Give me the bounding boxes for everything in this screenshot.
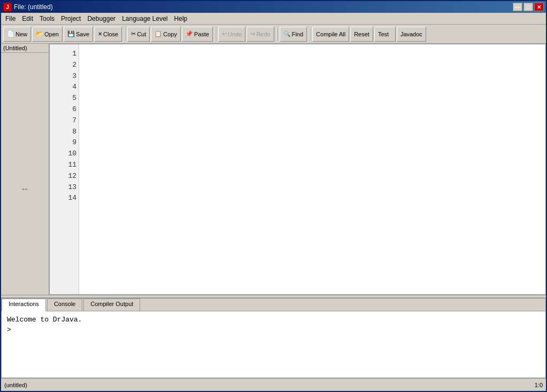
- undo-label: Undo: [228, 31, 242, 37]
- redo-label: Redo: [256, 31, 270, 37]
- title-bar: J File: (untitled) — □ ✕: [1, 1, 546, 13]
- interactions-tabs: Interactions Console Compiler Output: [2, 299, 545, 311]
- status-filename: (untitled): [4, 382, 27, 388]
- cut-icon: ✂: [131, 30, 136, 37]
- save-button[interactable]: 💾 Save: [64, 27, 93, 42]
- line-number: 7: [50, 115, 76, 127]
- line-number: 9: [50, 137, 76, 148]
- undo-button[interactable]: ↩ Undo: [218, 27, 245, 42]
- tab-console[interactable]: Console: [47, 299, 82, 311]
- editor-area: 1 2 3 4 5 6 7 8 9 10 11 12 13 14: [49, 44, 546, 295]
- editor-wrapper: (Untitled) ↔ 1 2 3 4 5 6 7 8 9 10 11 12 …: [1, 44, 546, 295]
- menu-debugger[interactable]: Debugger: [84, 14, 119, 23]
- find-label: Find: [292, 31, 303, 37]
- toolbar: 📄 New 📂 Open 💾 Save ✕ Close ✂ Cut 📋 Copy…: [1, 25, 546, 44]
- menu-language-level[interactable]: Language Level: [119, 14, 171, 23]
- app-icon: J: [3, 3, 12, 11]
- save-label: Save: [76, 31, 89, 37]
- open-button[interactable]: 📂 Open: [32, 27, 63, 42]
- javadoc-label: Javadoc: [400, 31, 422, 37]
- toolbar-separator-3: [276, 28, 278, 41]
- cut-label: Cut: [137, 31, 146, 37]
- paste-label: Paste: [194, 31, 209, 37]
- code-editor[interactable]: [80, 44, 545, 294]
- menu-project[interactable]: Project: [58, 14, 84, 23]
- copy-button[interactable]: 📋 Copy: [151, 27, 181, 42]
- status-bar: (untitled) 1:0: [1, 378, 546, 391]
- copy-icon: 📋: [155, 30, 162, 37]
- title-bar-controls: — □ ✕: [513, 3, 544, 11]
- test-label: Test: [378, 31, 389, 37]
- line-number: 14: [50, 193, 76, 204]
- close-icon: ✕: [98, 31, 102, 37]
- menu-file[interactable]: File: [2, 14, 19, 23]
- line-number: 3: [50, 71, 76, 82]
- tab-compiler-output[interactable]: Compiler Output: [83, 299, 140, 311]
- javadoc-button[interactable]: Javadoc: [397, 27, 426, 42]
- compile-all-label: Compile All: [316, 31, 345, 37]
- line-number: 12: [50, 171, 76, 182]
- line-number: 1: [50, 49, 76, 60]
- find-button[interactable]: 🔍 Find: [280, 27, 307, 42]
- file-panel-tab: (Untitled): [1, 44, 49, 53]
- toolbar-separator-1: [124, 28, 125, 41]
- status-position: 1:0: [535, 382, 543, 388]
- tab-interactions[interactable]: Interactions: [2, 299, 46, 311]
- line-number: 10: [50, 148, 76, 160]
- close-button[interactable]: ✕ Close: [94, 27, 122, 42]
- redo-icon: ↪: [250, 30, 255, 37]
- reset-label: Reset: [354, 31, 369, 37]
- close-label: Close: [103, 31, 118, 37]
- new-label: New: [16, 31, 27, 37]
- close-window-button[interactable]: ✕: [534, 3, 544, 11]
- new-button[interactable]: 📄 New: [3, 27, 31, 42]
- menu-tools[interactable]: Tools: [36, 14, 58, 23]
- copy-label: Copy: [163, 31, 177, 37]
- minimize-button[interactable]: —: [513, 3, 522, 11]
- reset-button[interactable]: Reset: [350, 27, 373, 42]
- find-icon: 🔍: [283, 30, 291, 37]
- line-number: 8: [50, 127, 76, 138]
- cut-button[interactable]: ✂ Cut: [127, 27, 150, 42]
- paste-button[interactable]: 📌 Paste: [182, 27, 213, 42]
- welcome-text: Welcome to DrJava.: [7, 316, 540, 324]
- redo-button[interactable]: ↪ Redo: [246, 27, 274, 42]
- menu-bar: File Edit Tools Project Debugger Languag…: [1, 13, 546, 25]
- test-button[interactable]: Test: [374, 27, 396, 42]
- line-number: 4: [50, 82, 76, 93]
- interactions-panel: Interactions Console Compiler Output Wel…: [1, 298, 546, 378]
- open-icon: 📂: [36, 30, 43, 37]
- line-number: 13: [50, 182, 76, 193]
- compile-all-button[interactable]: Compile All: [312, 27, 349, 42]
- line-number: 6: [50, 104, 76, 115]
- paste-icon: 📌: [186, 30, 193, 37]
- undo-icon: ↩: [222, 30, 227, 37]
- line-number: 2: [50, 60, 76, 71]
- title-bar-text: File: (untitled): [14, 3, 513, 11]
- line-numbers: 1 2 3 4 5 6 7 8 9 10 11 12 13 14: [50, 44, 79, 294]
- resize-handle[interactable]: ↔: [1, 53, 49, 295]
- menu-edit[interactable]: Edit: [19, 14, 36, 23]
- toolbar-separator-4: [309, 28, 310, 41]
- line-number: 11: [50, 160, 76, 171]
- toolbar-separator-2: [215, 28, 216, 41]
- interactions-content: Welcome to DrJava. >: [2, 311, 545, 378]
- open-label: Open: [44, 31, 59, 37]
- prompt-text: >: [7, 326, 540, 334]
- line-number: 5: [50, 93, 76, 104]
- new-icon: 📄: [7, 30, 14, 37]
- menu-help[interactable]: Help: [171, 14, 191, 23]
- maximize-button[interactable]: □: [523, 3, 533, 11]
- save-icon: 💾: [67, 30, 75, 37]
- file-panel: (Untitled) ↔: [1, 44, 49, 295]
